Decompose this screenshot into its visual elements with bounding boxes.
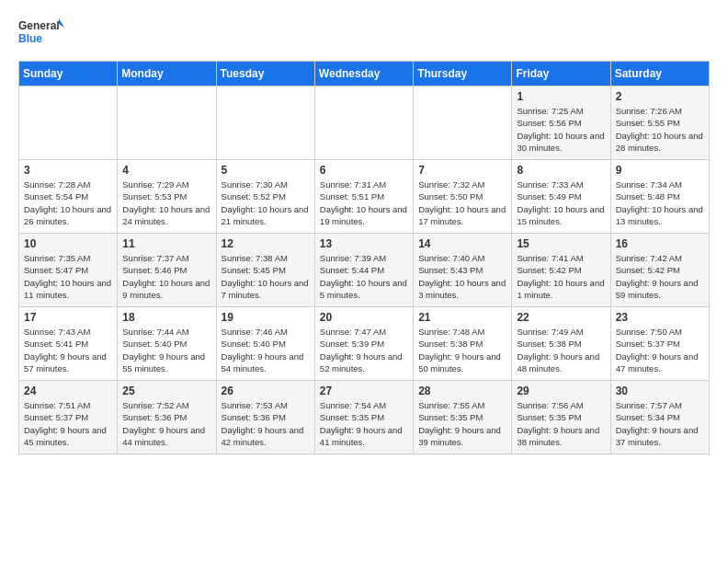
header-monday: Monday [118, 62, 216, 86]
day-number: 26 [222, 385, 310, 397]
day-info: Sunrise: 7:51 AM Sunset: 5:37 PM Dayligh… [24, 399, 112, 448]
day-number: 14 [418, 237, 506, 250]
calendar-cell: 1Sunrise: 7:25 AM Sunset: 5:56 PM Daylig… [512, 86, 610, 160]
day-info: Sunrise: 7:48 AM Sunset: 5:38 PM Dayligh… [418, 326, 506, 374]
day-number: 13 [320, 237, 408, 250]
day-info: Sunrise: 7:29 AM Sunset: 5:53 PM Dayligh… [122, 178, 210, 227]
day-number: 17 [24, 311, 112, 324]
day-info: Sunrise: 7:49 AM Sunset: 5:38 PM Dayligh… [517, 326, 605, 374]
day-number: 15 [517, 237, 605, 250]
calendar-cell: 21Sunrise: 7:48 AM Sunset: 5:38 PM Dayli… [414, 307, 512, 381]
day-info: Sunrise: 7:38 AM Sunset: 5:45 PM Dayligh… [222, 252, 310, 301]
day-info: Sunrise: 7:42 AM Sunset: 5:42 PM Dayligh… [616, 252, 704, 301]
day-number: 22 [517, 311, 605, 324]
day-info: Sunrise: 7:41 AM Sunset: 5:42 PM Dayligh… [517, 252, 605, 301]
calendar-week-4: 17Sunrise: 7:43 AM Sunset: 5:41 PM Dayli… [19, 307, 710, 381]
day-info: Sunrise: 7:26 AM Sunset: 5:55 PM Dayligh… [616, 105, 704, 154]
day-info: Sunrise: 7:43 AM Sunset: 5:41 PM Dayligh… [24, 326, 112, 374]
calendar-cell: 9Sunrise: 7:34 AM Sunset: 5:48 PM Daylig… [610, 160, 709, 234]
day-number: 12 [222, 237, 310, 250]
logo: General Blue [18, 15, 64, 52]
day-info: Sunrise: 7:54 AM Sunset: 5:35 PM Dayligh… [320, 399, 408, 448]
day-info: Sunrise: 7:32 AM Sunset: 5:50 PM Dayligh… [418, 178, 506, 227]
calendar-cell: 27Sunrise: 7:54 AM Sunset: 5:35 PM Dayli… [314, 381, 413, 454]
day-number: 25 [122, 385, 210, 397]
day-number: 2 [616, 90, 704, 103]
calendar-cell: 28Sunrise: 7:55 AM Sunset: 5:35 PM Dayli… [414, 381, 512, 454]
calendar-cell [19, 86, 118, 160]
header-thursday: Thursday [414, 62, 512, 86]
calendar-cell: 12Sunrise: 7:38 AM Sunset: 5:45 PM Dayli… [216, 234, 314, 307]
svg-text:General: General [18, 19, 60, 32]
day-number: 6 [320, 164, 408, 177]
header-wednesday: Wednesday [314, 62, 413, 86]
day-number: 28 [418, 385, 506, 397]
calendar-week-3: 10Sunrise: 7:35 AM Sunset: 5:47 PM Dayli… [19, 234, 710, 307]
day-info: Sunrise: 7:46 AM Sunset: 5:40 PM Dayligh… [222, 326, 310, 374]
day-number: 11 [122, 237, 210, 250]
day-number: 29 [517, 385, 605, 397]
day-number: 20 [320, 311, 408, 324]
day-number: 24 [24, 385, 112, 397]
svg-marker-2 [59, 18, 64, 28]
calendar-cell: 18Sunrise: 7:44 AM Sunset: 5:40 PM Dayli… [118, 307, 216, 381]
day-number: 16 [616, 237, 704, 250]
calendar-cell: 29Sunrise: 7:56 AM Sunset: 5:35 PM Dayli… [512, 381, 610, 454]
calendar-cell: 7Sunrise: 7:32 AM Sunset: 5:50 PM Daylig… [414, 160, 512, 234]
day-number: 7 [418, 164, 506, 177]
day-info: Sunrise: 7:55 AM Sunset: 5:35 PM Dayligh… [418, 399, 506, 448]
calendar-table: SundayMondayTuesdayWednesdayThursdayFrid… [18, 61, 710, 454]
day-info: Sunrise: 7:56 AM Sunset: 5:35 PM Dayligh… [517, 399, 605, 448]
day-info: Sunrise: 7:31 AM Sunset: 5:51 PM Dayligh… [320, 178, 408, 227]
calendar-cell: 11Sunrise: 7:37 AM Sunset: 5:46 PM Dayli… [118, 234, 216, 307]
day-info: Sunrise: 7:57 AM Sunset: 5:34 PM Dayligh… [616, 399, 704, 448]
calendar-cell: 24Sunrise: 7:51 AM Sunset: 5:37 PM Dayli… [19, 381, 118, 454]
day-info: Sunrise: 7:34 AM Sunset: 5:48 PM Dayligh… [616, 178, 704, 227]
calendar-cell: 8Sunrise: 7:33 AM Sunset: 5:49 PM Daylig… [512, 160, 610, 234]
calendar-cell [216, 86, 314, 160]
day-number: 18 [122, 311, 210, 324]
calendar-cell: 10Sunrise: 7:35 AM Sunset: 5:47 PM Dayli… [19, 234, 118, 307]
calendar-cell: 20Sunrise: 7:47 AM Sunset: 5:39 PM Dayli… [314, 307, 413, 381]
day-number: 5 [222, 164, 310, 177]
calendar-cell: 2Sunrise: 7:26 AM Sunset: 5:55 PM Daylig… [610, 86, 709, 160]
day-number: 10 [24, 237, 112, 250]
day-info: Sunrise: 7:47 AM Sunset: 5:39 PM Dayligh… [320, 326, 408, 374]
day-number: 30 [616, 385, 704, 397]
calendar-week-5: 24Sunrise: 7:51 AM Sunset: 5:37 PM Dayli… [19, 381, 710, 454]
day-number: 27 [320, 385, 408, 397]
calendar-cell: 3Sunrise: 7:28 AM Sunset: 5:54 PM Daylig… [19, 160, 118, 234]
svg-text:Blue: Blue [18, 32, 42, 45]
calendar-week-2: 3Sunrise: 7:28 AM Sunset: 5:54 PM Daylig… [19, 160, 710, 234]
calendar-cell: 25Sunrise: 7:52 AM Sunset: 5:36 PM Dayli… [118, 381, 216, 454]
day-number: 1 [517, 90, 605, 103]
day-number: 21 [418, 311, 506, 324]
calendar-cell: 13Sunrise: 7:39 AM Sunset: 5:44 PM Dayli… [314, 234, 413, 307]
calendar-cell: 5Sunrise: 7:30 AM Sunset: 5:52 PM Daylig… [216, 160, 314, 234]
calendar-cell: 30Sunrise: 7:57 AM Sunset: 5:34 PM Dayli… [610, 381, 709, 454]
header-sunday: Sunday [19, 62, 118, 86]
day-number: 3 [24, 164, 112, 177]
calendar-cell: 26Sunrise: 7:53 AM Sunset: 5:36 PM Dayli… [216, 381, 314, 454]
day-info: Sunrise: 7:35 AM Sunset: 5:47 PM Dayligh… [24, 252, 112, 301]
calendar-cell: 22Sunrise: 7:49 AM Sunset: 5:38 PM Dayli… [512, 307, 610, 381]
calendar-cell: 19Sunrise: 7:46 AM Sunset: 5:40 PM Dayli… [216, 307, 314, 381]
day-number: 19 [222, 311, 310, 324]
day-number: 8 [517, 164, 605, 177]
header-tuesday: Tuesday [216, 62, 314, 86]
calendar-cell: 4Sunrise: 7:29 AM Sunset: 5:53 PM Daylig… [118, 160, 216, 234]
calendar-cell: 6Sunrise: 7:31 AM Sunset: 5:51 PM Daylig… [314, 160, 413, 234]
header-friday: Friday [512, 62, 610, 86]
day-info: Sunrise: 7:53 AM Sunset: 5:36 PM Dayligh… [222, 399, 310, 448]
day-number: 4 [122, 164, 210, 177]
day-number: 23 [616, 311, 704, 324]
day-info: Sunrise: 7:28 AM Sunset: 5:54 PM Dayligh… [24, 178, 112, 227]
day-info: Sunrise: 7:33 AM Sunset: 5:49 PM Dayligh… [517, 178, 605, 227]
day-info: Sunrise: 7:25 AM Sunset: 5:56 PM Dayligh… [517, 105, 605, 154]
logo-svg: General Blue [18, 15, 64, 52]
day-info: Sunrise: 7:50 AM Sunset: 5:37 PM Dayligh… [616, 326, 704, 374]
day-number: 9 [616, 164, 704, 177]
header: General Blue [18, 15, 710, 52]
calendar-cell: 16Sunrise: 7:42 AM Sunset: 5:42 PM Dayli… [610, 234, 709, 307]
calendar-cell: 23Sunrise: 7:50 AM Sunset: 5:37 PM Dayli… [610, 307, 709, 381]
